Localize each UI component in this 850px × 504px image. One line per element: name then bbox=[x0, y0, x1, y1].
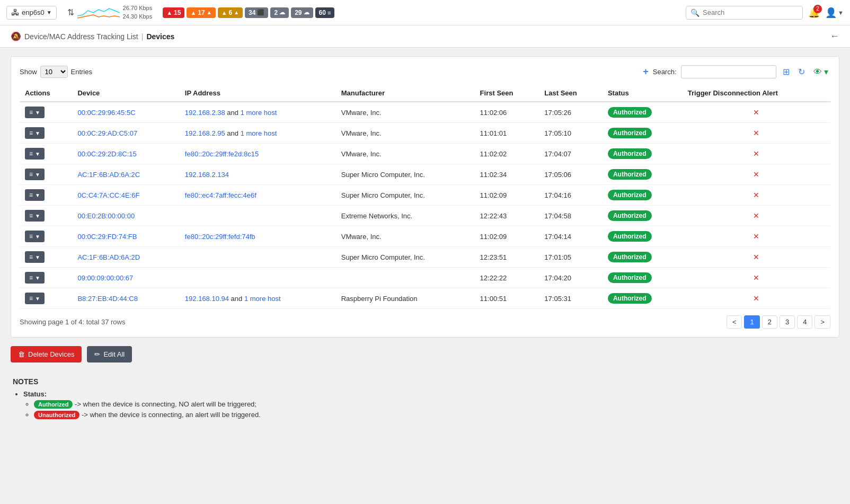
status-badge: Authorized bbox=[608, 293, 652, 304]
page-2-button[interactable]: 2 bbox=[762, 315, 777, 329]
topnav-right: 🔍 🔔 2 👤 ▼ bbox=[686, 6, 844, 20]
settings-button[interactable]: 👁 ▾ bbox=[811, 66, 830, 78]
device-link[interactable]: 00:0C:29:AD:C5:07 bbox=[77, 129, 137, 137]
columns-toggle-button[interactable]: ⊞ bbox=[781, 66, 792, 78]
show-entries: Show 10 25 50 100 Entries bbox=[20, 66, 92, 78]
device-link[interactable]: AC:1F:6B:AD:6A:2C bbox=[77, 171, 140, 179]
next-page-button[interactable]: > bbox=[814, 315, 830, 329]
interface-name: enp6s0 bbox=[22, 8, 45, 16]
notifications-button[interactable]: 🔔 2 bbox=[808, 7, 820, 19]
alert-badge-red[interactable]: ▲15 bbox=[163, 7, 184, 18]
entries-select[interactable]: 10 25 50 100 bbox=[40, 66, 68, 78]
table-container: Show 10 25 50 100 Entries + Search: ⊞ ↻ … bbox=[11, 56, 839, 338]
row-action-button[interactable]: ≡ ▼ bbox=[25, 169, 45, 180]
table-row: ≡ ▼00:0C:29:FD:74:FBfe80::20c:29ff:fefd:… bbox=[20, 226, 830, 247]
status-badge: Authorized bbox=[608, 107, 652, 118]
alert-badge-yellow[interactable]: ▲6▲ bbox=[218, 7, 243, 18]
page-1-button[interactable]: 1 bbox=[744, 315, 759, 329]
table-row: ≡ ▼00:0C:29:96:45:5C192.168.2.38 and 1 m… bbox=[20, 102, 830, 123]
ip-link-extra[interactable]: 1 more host bbox=[241, 109, 277, 117]
row-action-button[interactable]: ≡ ▼ bbox=[25, 231, 45, 242]
alert-x-icon[interactable]: ✕ bbox=[753, 273, 759, 282]
page-header: 🔕 Device/MAC Address Tracking List | Dev… bbox=[0, 25, 850, 48]
edit-all-button[interactable]: ✏ Edit All bbox=[87, 346, 132, 362]
breadcrumb-current: Devices bbox=[146, 32, 174, 41]
pagination: < 1 2 3 4 > bbox=[727, 315, 830, 329]
table-row: ≡ ▼AC:1F:6B:AD:6A:2C192.168.2.134Super M… bbox=[20, 164, 830, 185]
sparkline-chart bbox=[77, 5, 120, 20]
alert-badge-orange[interactable]: ▲17▲ bbox=[187, 7, 215, 18]
devices-table: Actions Device IP Address Manufacturer F… bbox=[20, 85, 830, 309]
row-action-button[interactable]: ≡ ▼ bbox=[25, 127, 45, 139]
alert-badge-gray2[interactable]: 2☁ bbox=[270, 7, 289, 18]
global-search-input[interactable] bbox=[703, 8, 798, 16]
page-3-button[interactable]: 3 bbox=[780, 315, 795, 329]
traffic-rates: 26.70 Kbps 24.30 Kbps bbox=[123, 4, 153, 21]
row-action-button[interactable]: ≡ ▼ bbox=[25, 293, 45, 304]
device-link[interactable]: AC:1F:6B:AD:6A:2D bbox=[77, 253, 140, 261]
interface-chevron: ▼ bbox=[47, 10, 52, 15]
delete-devices-button[interactable]: 🗑 Delete Devices bbox=[11, 346, 82, 362]
device-link[interactable]: 09:00:09:00:00:67 bbox=[77, 274, 133, 282]
status-badge: Authorized bbox=[608, 148, 652, 159]
trash-icon: 🗑 bbox=[18, 350, 25, 358]
alert-badge-gray1[interactable]: 34⬛ bbox=[245, 7, 268, 18]
authorized-badge: Authorized bbox=[34, 400, 73, 409]
notes-status-item: Status: Authorized -> when the device is… bbox=[23, 390, 837, 419]
edit-icon: ✏ bbox=[94, 350, 100, 358]
alert-x-icon[interactable]: ✕ bbox=[753, 149, 759, 158]
col-first-seen: First Seen bbox=[475, 85, 539, 102]
device-link[interactable]: 00:0C:29:2D:8C:15 bbox=[77, 150, 136, 158]
breadcrumb-parent[interactable]: Device/MAC Address Tracking List bbox=[24, 32, 138, 41]
status-badge: Authorized bbox=[608, 128, 652, 138]
ip-link-primary[interactable]: 192.168.2.95 bbox=[185, 129, 225, 137]
device-link[interactable]: 00:0C:29:96:45:5C bbox=[77, 109, 135, 117]
row-action-button[interactable]: ≡ ▼ bbox=[25, 107, 45, 118]
refresh-button[interactable]: ↻ bbox=[796, 66, 807, 78]
device-link[interactable]: 0C:C4:7A:CC:4E:6F bbox=[77, 191, 139, 199]
alert-x-icon[interactable]: ✕ bbox=[753, 170, 759, 179]
alert-x-icon[interactable]: ✕ bbox=[753, 191, 759, 199]
device-link[interactable]: 00:0C:29:FD:74:FB bbox=[77, 233, 137, 241]
device-link[interactable]: 00:E0:2B:00:00:00 bbox=[77, 212, 135, 220]
row-action-button[interactable]: ≡ ▼ bbox=[25, 148, 45, 160]
prev-page-button[interactable]: < bbox=[727, 315, 742, 329]
network-icon: 🖧 bbox=[11, 8, 20, 17]
ip-link-extra[interactable]: 1 more host bbox=[244, 295, 281, 303]
user-menu-button[interactable]: 👤 ▼ bbox=[825, 7, 844, 19]
bottom-buttons: 🗑 Delete Devices ✏ Edit All bbox=[11, 346, 839, 367]
row-action-button[interactable]: ≡ ▼ bbox=[25, 189, 45, 201]
row-action-button[interactable]: ≡ ▼ bbox=[25, 210, 45, 222]
alert-x-icon[interactable]: ✕ bbox=[753, 129, 759, 137]
global-search-box[interactable]: 🔍 bbox=[686, 6, 803, 20]
notes-title: NOTES bbox=[13, 377, 837, 386]
ip-link-extra[interactable]: 1 more host bbox=[241, 129, 277, 137]
alert-x-icon[interactable]: ✕ bbox=[753, 211, 759, 220]
table-search-input[interactable] bbox=[681, 65, 776, 78]
status-badge: Authorized bbox=[608, 210, 652, 221]
notification-count: 2 bbox=[813, 5, 822, 13]
ip-link-primary[interactable]: 192.168.2.38 bbox=[185, 109, 225, 117]
alert-badge-gray3[interactable]: 29☁ bbox=[291, 7, 313, 18]
status-badge: Authorized bbox=[608, 231, 652, 242]
alert-x-icon[interactable]: ✕ bbox=[753, 232, 759, 241]
alert-x-icon[interactable]: ✕ bbox=[753, 294, 759, 303]
back-button[interactable]: ← bbox=[830, 31, 839, 42]
notes-unauthorized-item: Unauthorized -> when the device is conne… bbox=[34, 411, 837, 419]
ip-link-primary[interactable]: 192.168.10.94 bbox=[185, 295, 229, 303]
row-action-button[interactable]: ≡ ▼ bbox=[25, 251, 45, 263]
col-device: Device bbox=[72, 85, 179, 102]
add-device-button[interactable]: + bbox=[643, 66, 649, 77]
ip-link[interactable]: fe80::20c:29ff:fe2d:8c15 bbox=[185, 150, 259, 158]
ip-link[interactable]: 192.168.2.134 bbox=[185, 171, 229, 179]
alert-x-icon[interactable]: ✕ bbox=[753, 108, 759, 117]
row-action-button[interactable]: ≡ ▼ bbox=[25, 272, 45, 284]
ip-link[interactable]: fe80::ec4:7aff:fecc:4e6f bbox=[185, 191, 256, 199]
page-4-button[interactable]: 4 bbox=[797, 315, 812, 329]
device-link[interactable]: B8:27:EB:4D:44:C8 bbox=[77, 295, 137, 303]
alert-x-icon[interactable]: ✕ bbox=[753, 253, 759, 261]
ip-link[interactable]: fe80::20c:29ff:fefd:74fb bbox=[185, 233, 255, 241]
alert-badge-dark[interactable]: 60≡ bbox=[315, 7, 335, 18]
interface-selector[interactable]: 🖧 enp6s0 ▼ bbox=[6, 6, 57, 20]
show-label: Show bbox=[20, 68, 37, 76]
